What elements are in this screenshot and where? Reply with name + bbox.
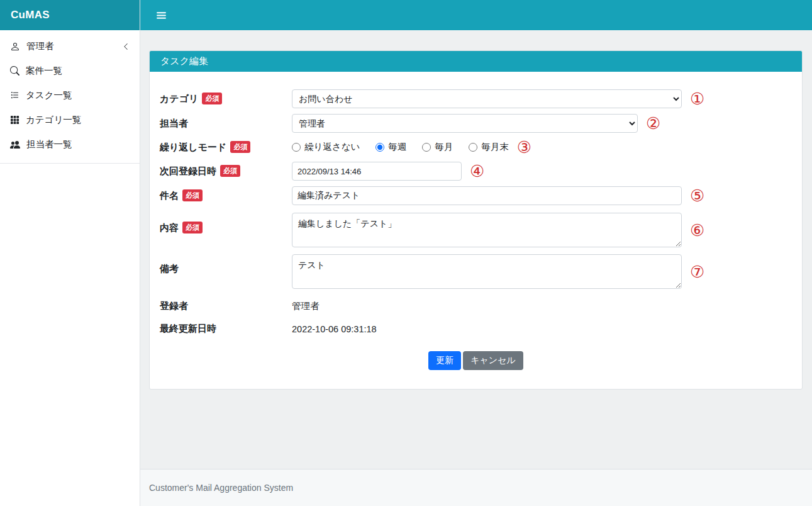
sidebar-item-assignees[interactable]: 担当者一覧 <box>0 132 140 157</box>
annotation-3: ③ <box>517 139 531 155</box>
registrant-label: 登録者 <box>160 300 292 312</box>
radio-option-weekly[interactable]: 毎週 <box>375 141 406 153</box>
field-row-subject: 件名必須 ⑤ <box>160 186 792 205</box>
content-area: タスク編集 カテゴリ必須 お問い合わせ ① <box>140 30 812 469</box>
topbar <box>140 0 812 30</box>
radio-input-weekly[interactable] <box>375 143 384 152</box>
field-row-registrant: 登録者 管理者 <box>160 300 792 312</box>
sidebar-item-label: カテゴリ一覧 <box>26 114 81 126</box>
footer-text: Customer's Mail Aggregation System <box>149 483 293 493</box>
main-area: タスク編集 カテゴリ必須 お問い合わせ ① <box>140 0 812 506</box>
required-badge: 必須 <box>182 222 203 233</box>
sidebar-item-label: 担当者一覧 <box>26 138 72 150</box>
next-datetime-input[interactable] <box>292 162 462 181</box>
content-label: 内容必須 <box>160 213 292 234</box>
annotation-4: ④ <box>470 163 484 179</box>
radio-option-month-end[interactable]: 毎月末 <box>469 141 509 153</box>
hamburger-menu-icon[interactable] <box>156 10 167 21</box>
subject-input[interactable] <box>292 186 682 205</box>
app-root: CuMAS 管理者 案件一覧 タス <box>0 0 812 506</box>
chevron-left-icon[interactable] <box>122 43 130 50</box>
required-badge: 必須 <box>230 141 250 153</box>
sidebar: CuMAS 管理者 案件一覧 タス <box>0 0 140 506</box>
field-row-note: 備考 テスト ⑦ <box>160 254 792 289</box>
assignee-select[interactable]: 管理者 <box>292 114 638 133</box>
field-row-next-datetime: 次回登録日時必須 ④ <box>160 162 792 181</box>
people-icon <box>10 140 20 150</box>
category-label: カテゴリ必須 <box>160 93 292 105</box>
category-select[interactable]: お問い合わせ <box>292 89 682 108</box>
radio-input-month-end[interactable] <box>469 143 477 152</box>
sidebar-item-label: 管理者 <box>26 40 54 52</box>
registrant-value: 管理者 <box>292 300 320 312</box>
annotation-5: ⑤ <box>690 188 704 204</box>
next-datetime-label: 次回登録日時必須 <box>160 165 292 177</box>
subject-label: 件名必須 <box>160 189 292 202</box>
sidebar-item-admin[interactable]: 管理者 <box>0 34 140 59</box>
grid-icon <box>10 115 19 125</box>
last-updated-label: 最終更新日時 <box>160 323 292 335</box>
repeat-mode-label: 繰り返しモード必須 <box>160 141 292 154</box>
required-badge: 必須 <box>182 189 203 201</box>
field-row-category: カテゴリ必須 お問い合わせ ① <box>160 89 792 108</box>
task-edit-form: カテゴリ必須 お問い合わせ ① 担当者 管理者 <box>150 72 802 389</box>
radio-input-no-repeat[interactable] <box>292 143 301 152</box>
sidebar-item-label: 案件一覧 <box>26 65 62 77</box>
task-edit-card: タスク編集 カテゴリ必須 お問い合わせ ① <box>149 50 803 390</box>
note-textarea[interactable]: テスト <box>292 254 682 289</box>
annotation-6: ⑥ <box>690 222 704 239</box>
radio-input-monthly[interactable] <box>422 143 431 152</box>
update-button[interactable]: 更新 <box>428 351 461 370</box>
footer: Customer's Mail Aggregation System <box>140 469 812 506</box>
radio-option-monthly[interactable]: 毎月 <box>422 141 453 153</box>
form-actions: 更新 キャンセル <box>160 351 792 370</box>
search-icon <box>10 66 19 76</box>
last-updated-value: 2022-10-06 09:31:18 <box>292 324 377 334</box>
annotation-7: ⑦ <box>690 264 704 280</box>
person-icon <box>10 42 20 52</box>
sidebar-item-tasks[interactable]: タスク一覧 <box>0 83 140 108</box>
brand-logo[interactable]: CuMAS <box>0 0 140 30</box>
field-row-last-updated: 最終更新日時 2022-10-06 09:31:18 <box>160 323 792 335</box>
required-badge: 必須 <box>220 165 240 177</box>
field-row-repeat-mode: 繰り返しモード必須 繰り返さない 毎週 <box>160 138 792 155</box>
repeat-mode-radio-group: 繰り返さない 毎週 毎月 <box>292 138 509 155</box>
sidebar-item-cases[interactable]: 案件一覧 <box>0 59 140 83</box>
annotation-2: ② <box>646 115 660 132</box>
radio-option-no-repeat[interactable]: 繰り返さない <box>292 141 360 153</box>
note-label: 備考 <box>160 254 292 275</box>
field-row-assignee: 担当者 管理者 ② <box>160 114 792 133</box>
sidebar-nav: 管理者 案件一覧 タスク一覧 <box>0 30 140 164</box>
field-row-content: 内容必須 編集しました「テスト」 ⑥ <box>160 213 792 247</box>
page-title: タスク編集 <box>150 51 802 72</box>
sidebar-item-label: タスク一覧 <box>26 89 72 101</box>
content-textarea[interactable]: 編集しました「テスト」 <box>292 213 682 247</box>
task-list-icon <box>10 91 19 100</box>
sidebar-item-categories[interactable]: カテゴリ一覧 <box>0 108 140 132</box>
assignee-label: 担当者 <box>160 118 292 130</box>
cancel-button[interactable]: キャンセル <box>463 351 523 370</box>
required-badge: 必須 <box>202 93 222 104</box>
annotation-1: ① <box>690 91 704 107</box>
